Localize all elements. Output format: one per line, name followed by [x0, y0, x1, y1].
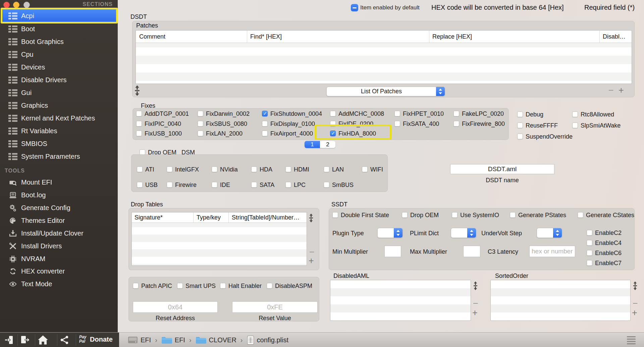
checkbox-double-first-state[interactable]: Double First State [332, 212, 389, 218]
disabled-aml-remove-button[interactable]: − [473, 300, 478, 307]
undervolt-step-dropdown[interactable] [537, 228, 562, 238]
checkbox-fixusb-1000[interactable]: FixUSB_1000 [136, 131, 182, 137]
checkbox-fakelpc-0020[interactable]: FakeLPC_0020 [453, 111, 504, 117]
checkbox-lpc[interactable]: LPC [285, 182, 306, 188]
patches-add-button[interactable]: + [619, 87, 624, 94]
sidebar-item-smbios[interactable]: SMBIOS [5, 137, 115, 150]
patches-col-disabled[interactable]: Disabl… [603, 33, 626, 40]
fixes-page-1[interactable]: 1 [305, 141, 320, 148]
disabled-aml-add-button[interactable]: + [472, 309, 478, 316]
checkbox-hdmi[interactable]: HDMI [285, 166, 309, 172]
sidebar-item-install-drivers[interactable]: Install Drivers [5, 240, 115, 252]
sidebar-item-mount-efi[interactable]: Mount EFI [5, 176, 115, 189]
checkbox-enablec6[interactable]: EnableC6 [587, 250, 622, 256]
checkbox-nvidia[interactable]: NVidia [212, 166, 238, 172]
drop-tables-col-string[interactable]: String[TableId]/Number… [232, 214, 306, 221]
disabled-aml-list[interactable] [330, 280, 471, 321]
checkbox-enablec2[interactable]: EnableC2 [587, 230, 622, 236]
checkbox-wifi[interactable]: WIFI [362, 166, 383, 172]
close-button[interactable] [3, 2, 10, 8]
sidebar-item-themes-editor[interactable]: Themes Editor [5, 214, 115, 227]
sidebar-item-acpi[interactable]: Acpi [5, 9, 115, 22]
checkbox-fixhda-8000[interactable]: FixHDA_8000 [330, 131, 376, 137]
breadcrumb-item-clover-folder[interactable]: CLOVER [209, 336, 236, 344]
dsdt-name-input[interactable] [450, 164, 554, 174]
checkbox-fixshutdown-0004[interactable]: FixShutdown_0004 [262, 111, 322, 117]
sidebar-item-install-update-clover[interactable]: Install/Update Clover [5, 227, 115, 240]
breadcrumb-item-efi-drive[interactable]: EFI [141, 336, 151, 344]
move-handle-icon[interactable] [309, 213, 314, 222]
checkbox-usb[interactable]: USB [137, 182, 158, 188]
min-multiplier-input[interactable] [384, 246, 401, 257]
share-icon[interactable] [60, 335, 69, 345]
sorted-order-add-button[interactable]: + [632, 309, 637, 316]
checkbox-use-systemio[interactable]: Use SystemIO [452, 212, 499, 218]
checkbox-smbus[interactable]: SmBUS [324, 182, 354, 188]
sidebar-item-boot-graphics[interactable]: Boot Graphics [5, 35, 115, 48]
checkbox-lan[interactable]: LAN [324, 166, 344, 172]
checkbox-fixsbus-0080[interactable]: FixSBUS_0080 [198, 121, 247, 127]
menu-icon[interactable] [627, 335, 636, 345]
checkbox-fixdarwin-0002[interactable]: FixDarwin_0002 [198, 111, 250, 117]
checkbox-drop-oem[interactable]: Drop OEM [402, 212, 439, 218]
import-icon[interactable] [5, 336, 14, 344]
sidebar-item-graphics[interactable]: Graphics [5, 99, 115, 112]
checkbox-sata[interactable]: SATA [251, 182, 274, 188]
checkbox-fixdisplay-0100[interactable]: FixDisplay_0100 [262, 121, 315, 127]
checkbox-halt-enabler[interactable]: Halt Enabler [220, 283, 262, 289]
patches-col-comment[interactable]: Comment [139, 33, 165, 40]
sidebar-item-devices[interactable]: Devices [5, 61, 115, 73]
drop-tables-add-button[interactable]: + [309, 257, 314, 264]
checkbox-enablec7[interactable]: EnableC7 [587, 260, 622, 266]
checkbox-ati[interactable]: ATI [137, 166, 154, 172]
drop-tables-remove-button[interactable]: − [309, 248, 315, 256]
home-icon[interactable] [38, 335, 48, 345]
export-config-icon[interactable] [20, 336, 30, 344]
move-handle-icon[interactable] [633, 281, 638, 290]
checkbox-generate-cstates[interactable]: Generate CStates [578, 212, 634, 218]
move-handle-icon[interactable] [134, 85, 140, 96]
max-multiplier-input[interactable] [463, 246, 480, 257]
patches-col-replace[interactable]: Replace [HEX] [432, 33, 472, 40]
drop-tables-col-signature[interactable]: Signature* [135, 214, 163, 221]
drop-tables-table[interactable]: Signature* Type/key String[TableId]/Numb… [131, 212, 307, 266]
minimize-button[interactable] [13, 2, 19, 8]
patches-col-find[interactable]: Find* [HEX] [250, 33, 282, 40]
sidebar-item-boot[interactable]: Boot [5, 22, 115, 35]
checkbox-smart-ups[interactable]: Smart UPS [177, 283, 216, 289]
reset-value-input[interactable] [232, 301, 318, 313]
list-of-patches-dropdown[interactable]: List Of Patches [326, 87, 445, 96]
plimit-dict-dropdown[interactable] [451, 228, 476, 238]
checkbox-fixipic-0040[interactable]: FixIPIC_0040 [136, 121, 181, 127]
reset-address-input[interactable] [133, 301, 218, 313]
breadcrumb-item-config-plist[interactable]: config.plist [257, 336, 289, 344]
checkbox-disableaspm[interactable]: DisableASPM [267, 283, 312, 289]
checkbox-firewire[interactable]: Firewire [167, 182, 197, 188]
sidebar-item-boot-log[interactable]: Boot.log [5, 189, 115, 201]
breadcrumb-item-efi-folder[interactable]: EFI [175, 336, 185, 344]
sidebar-item-hex-converter[interactable]: HEX converter [5, 265, 115, 278]
sidebar-item-rt-variables[interactable]: Rt Variables [5, 125, 115, 137]
checkbox-enablec4[interactable]: EnableC4 [587, 240, 622, 246]
sidebar-item-disable-drivers[interactable]: Disable Drivers [5, 73, 115, 86]
checkbox-fixlan-2000[interactable]: FixLAN_2000 [198, 131, 243, 137]
plugin-type-dropdown[interactable] [377, 228, 403, 238]
patches-table[interactable]: Comment Find* [HEX] Replace [HEX] Disabl… [136, 30, 632, 84]
checkbox-rtc8allowed[interactable]: Rtc8Allowed [572, 111, 614, 117]
sidebar-item-text-mode[interactable]: Text Mode [5, 278, 115, 290]
sidebar-item-gui[interactable]: Gui [5, 86, 115, 99]
sidebar-item-cpu[interactable]: Cpu [5, 48, 115, 61]
checkbox-slpsmiatwake[interactable]: SlpSmiAtWake [572, 122, 621, 129]
checkbox-suspendoverride[interactable]: SuspendOverride [517, 134, 573, 140]
move-handle-icon[interactable] [473, 281, 478, 290]
fixes-page-2[interactable]: 2 [320, 141, 335, 148]
sidebar-item-nvram[interactable]: NVRAM [5, 252, 115, 265]
checkbox-fixfirewire-800[interactable]: FixFirewire_800 [453, 121, 505, 127]
patches-remove-button[interactable]: − [608, 87, 614, 94]
checkbox-fixsata-400[interactable]: FixSATA_400 [394, 121, 439, 127]
checkbox-reuseffff[interactable]: ReuseFFFF [517, 122, 558, 129]
sidebar-item-generate-config[interactable]: Generate Config [5, 201, 115, 214]
sorted-order-list[interactable] [490, 280, 631, 321]
sidebar-item-system-parameters[interactable]: System Parameters [5, 150, 115, 163]
paypal-icon[interactable]: PayPal [79, 335, 86, 344]
